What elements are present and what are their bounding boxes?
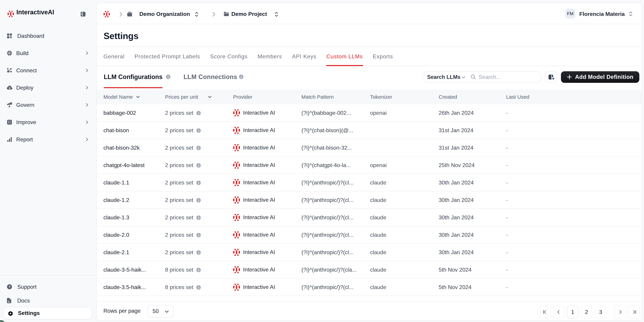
svg-text:?: ?: [8, 285, 10, 289]
